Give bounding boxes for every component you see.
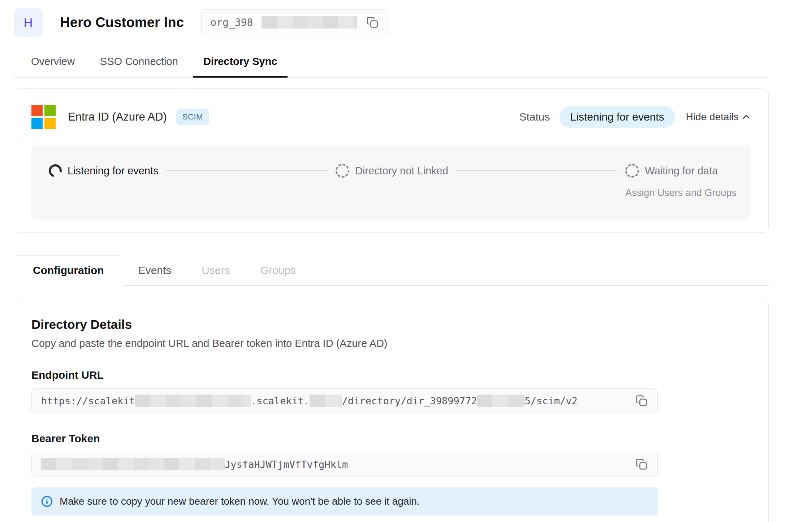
step-connector <box>166 170 327 171</box>
directory-subtabs: Configuration Events Users Groups <box>14 255 769 286</box>
status-label: Status <box>519 111 550 123</box>
bearer-token-copy-button[interactable] <box>635 458 648 471</box>
url-segment: .scalekit. <box>251 395 310 406</box>
step-connector <box>456 170 617 171</box>
url-segment: https://scalekit <box>41 395 135 406</box>
info-icon <box>41 495 53 508</box>
protocol-badge: SCIM <box>176 109 209 125</box>
org-id-redacted <box>262 16 357 29</box>
token-warning-text: Make sure to copy your new bearer token … <box>60 496 420 507</box>
copy-icon <box>635 394 648 407</box>
url-segment: /directory/dir_39899772 <box>342 395 477 406</box>
copy-icon <box>635 458 648 471</box>
org-header: H Hero Customer Inc org_398 <box>14 8 769 37</box>
org-id-chip[interactable]: org_398 <box>201 9 388 35</box>
step-directory-label: Directory not Linked <box>355 165 448 177</box>
directory-details-card: Directory Details Copy and paste the end… <box>14 299 769 522</box>
org-avatar-letter: H <box>24 16 33 30</box>
bearer-token-field[interactable]: JysfaHJWTjmVfTvfgHklm <box>31 452 658 477</box>
step-waiting-label: Waiting for data <box>645 165 718 177</box>
tab-directory-sync[interactable]: Directory Sync <box>193 46 288 77</box>
directory-sync-page: H Hero Customer Inc org_398 Overview SSO… <box>0 0 812 522</box>
url-redacted-segment <box>310 395 342 407</box>
hide-details-label: Hide details <box>686 111 739 123</box>
endpoint-url-field[interactable]: https://scalekit .scalekit. /directory/d… <box>31 388 658 413</box>
org-tabs: Overview SSO Connection Directory Sync <box>14 46 769 78</box>
token-redacted-segment <box>41 458 225 470</box>
url-redacted-segment <box>135 395 251 407</box>
url-segment: 5/scim/v2 <box>525 395 578 406</box>
token-segment: JysfaHJWTjmVfTvfgHklm <box>225 459 348 470</box>
subtab-users: Users <box>186 256 245 285</box>
subtab-configuration[interactable]: Configuration <box>14 255 123 286</box>
url-redacted-segment <box>477 395 525 407</box>
chevron-up-icon <box>742 112 751 122</box>
status-badge: Listening for events <box>560 106 675 128</box>
dashed-circle-icon <box>625 164 639 178</box>
step-directory-not-linked: Directory not Linked <box>336 162 448 179</box>
subtab-groups: Groups <box>245 256 311 285</box>
tab-overview[interactable]: Overview <box>21 46 85 77</box>
endpoint-url-label: Endpoint URL <box>31 369 751 381</box>
copy-icon <box>366 16 379 29</box>
bearer-token-label: Bearer Token <box>31 432 751 445</box>
step-listening-label: Listening for events <box>68 165 158 177</box>
microsoft-logo-icon <box>31 105 56 129</box>
hide-details-button[interactable]: Hide details <box>686 111 751 123</box>
org-id-copy-button[interactable] <box>366 16 379 29</box>
org-id-text: org_398 <box>210 17 253 29</box>
dashed-circle-icon <box>336 164 349 178</box>
spinner-icon <box>46 162 64 179</box>
endpoint-url-copy-button[interactable] <box>635 394 648 407</box>
tab-sso-connection[interactable]: SSO Connection <box>90 46 188 77</box>
provider-card: Entra ID (Azure AD) SCIM Status Listenin… <box>14 88 769 233</box>
provider-name: Entra ID (Azure AD) <box>68 110 167 123</box>
bearer-token-value: JysfaHJWTjmVfTvfgHklm <box>41 458 635 470</box>
step-waiting-for-data: Waiting for data Assign Users and Groups <box>625 162 737 199</box>
section-subtitle: Copy and paste the endpoint URL and Bear… <box>31 338 751 349</box>
step-waiting-sublabel: Assign Users and Groups <box>625 187 737 199</box>
subtab-events[interactable]: Events <box>123 256 187 285</box>
sync-progress-stepper: Listening for events Directory not Linke… <box>31 145 751 219</box>
section-title: Directory Details <box>31 317 751 332</box>
provider-card-header: Entra ID (Azure AD) SCIM Status Listenin… <box>31 105 751 129</box>
step-listening: Listening for events <box>49 162 158 179</box>
org-avatar: H <box>14 8 43 37</box>
endpoint-url-value: https://scalekit .scalekit. /directory/d… <box>41 395 635 407</box>
page-title: Hero Customer Inc <box>60 15 184 30</box>
token-warning-banner: Make sure to copy your new bearer token … <box>31 487 658 516</box>
